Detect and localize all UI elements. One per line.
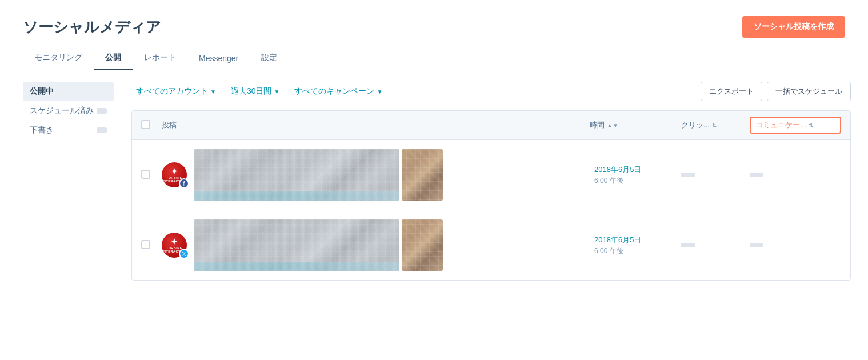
- row2-comm-bar: [750, 243, 763, 247]
- tabs-bar: モニタリング 公開 レポート Messenger 設定: [0, 47, 868, 70]
- filters-row: すべてのアカウント ▼ 過去30日間 ▼ すべてのキャンペーン ▼ エクスポート…: [131, 82, 851, 101]
- row2-post-main: ✦ TURBINE INTERACTIVE 𝕏: [162, 219, 590, 271]
- row2-comm-col: [750, 243, 841, 247]
- page-header: ソーシャルメディア ソーシャル投稿を作成: [0, 0, 868, 47]
- row2-check-col: [141, 240, 162, 251]
- twitter-badge: 𝕏: [179, 249, 189, 259]
- bulk-schedule-button[interactable]: 一括でスケジュール: [767, 82, 851, 101]
- main-content: 公開中 スケジュール済み 下書き すべてのアカウント ▼ 過去30日間 ▼ すべ…: [0, 70, 868, 292]
- header-check-col: [141, 120, 162, 131]
- sidebar: 公開中 スケジュール済み 下書き: [0, 70, 114, 292]
- row1-main-image: [194, 149, 399, 201]
- period-filter[interactable]: 過去30日間 ▼: [226, 84, 284, 99]
- accent-bar: [194, 191, 399, 201]
- export-button[interactable]: エクスポート: [701, 82, 762, 101]
- col-clicks-header[interactable]: クリッ... ⇅: [681, 120, 750, 130]
- tab-report[interactable]: レポート: [133, 47, 187, 70]
- sidebar-item-scheduled[interactable]: スケジュール済み: [23, 101, 114, 121]
- select-all-checkbox[interactable]: [141, 120, 150, 129]
- row1-comm-col: [750, 173, 841, 177]
- table-actions: エクスポート 一括でスケジュール: [701, 82, 851, 101]
- row2-time-col: 2018年6月5日 6:00 午後: [590, 235, 681, 256]
- row1-time-col: 2018年6月5日 6:00 午後: [590, 165, 681, 186]
- pixel-overlay: [194, 149, 399, 201]
- col-time-header[interactable]: 時間 ▲▼: [590, 120, 681, 130]
- sidebar-item-publishing[interactable]: 公開中: [23, 82, 114, 101]
- create-post-button[interactable]: ソーシャル投稿を作成: [742, 16, 845, 38]
- tab-monitoring[interactable]: モニタリング: [23, 47, 94, 70]
- table-row: ✦ TURBINE INTERACTIVE 𝕏: [132, 210, 850, 280]
- tab-messenger[interactable]: Messenger: [187, 48, 250, 70]
- col-post-header: 投稿: [162, 120, 590, 130]
- pixel-overlay-2: [402, 149, 443, 201]
- tab-publish[interactable]: 公開: [94, 47, 133, 70]
- turbine-icon: ✦: [171, 167, 178, 177]
- row1-check-col: [141, 170, 162, 181]
- accent-bar-2: [194, 262, 399, 271]
- row1-post-main: ✦ TURBINE INTERACTIVE f: [162, 149, 590, 201]
- pixel-overlay-3: [194, 219, 399, 271]
- row2-post-images: [194, 219, 443, 271]
- row1-clicks-col: [681, 173, 750, 177]
- accounts-filter-chevron: ▼: [210, 89, 216, 95]
- table-header: 投稿 時間 ▲▼ クリッ... ⇅ コミュニケー... ⇅: [132, 111, 850, 140]
- time-sort-icon: ▲▼: [607, 122, 618, 129]
- row2-clicks-col: [681, 243, 750, 247]
- col-communications-header[interactable]: コミュニケー... ⇅: [750, 117, 841, 134]
- content-area: すべてのアカウント ▼ 過去30日間 ▼ すべてのキャンペーン ▼ エクスポート…: [114, 70, 868, 292]
- row2-checkbox[interactable]: [141, 240, 150, 249]
- posts-table: 投稿 時間 ▲▼ クリッ... ⇅ コミュニケー... ⇅: [131, 110, 851, 281]
- campaign-filter[interactable]: すべてのキャンペーン ▼: [290, 84, 387, 99]
- period-filter-chevron: ▼: [274, 89, 279, 95]
- row1-post-images: [194, 149, 443, 201]
- table-row: ✦ TURBINE INTERACTIVE f: [132, 140, 850, 210]
- tab-settings[interactable]: 設定: [250, 47, 289, 70]
- turbine-icon-2: ✦: [171, 237, 178, 247]
- clicks-sort-icon: ⇅: [712, 122, 717, 129]
- scheduled-badge: [97, 108, 107, 114]
- row1-checkbox[interactable]: [141, 170, 150, 179]
- row1-clicks-bar: [681, 173, 695, 177]
- pixel-overlay-4: [402, 219, 443, 271]
- row2-avatar-wrap: ✦ TURBINE INTERACTIVE 𝕏: [162, 233, 187, 258]
- row1-avatar-wrap: ✦ TURBINE INTERACTIVE f: [162, 162, 187, 187]
- accounts-filter[interactable]: すべてのアカウント ▼: [131, 84, 221, 99]
- row1-comm-bar: [750, 173, 763, 177]
- row1-thumb-image: [402, 149, 443, 201]
- page-title: ソーシャルメディア: [23, 17, 161, 37]
- drafts-badge: [97, 127, 107, 133]
- row2-clicks-bar: [681, 243, 695, 247]
- sidebar-item-drafts[interactable]: 下書き: [23, 121, 114, 140]
- campaign-filter-chevron: ▼: [377, 89, 382, 95]
- comm-sort-icon: ⇅: [809, 122, 813, 129]
- facebook-badge: f: [179, 178, 189, 189]
- row2-main-image: [194, 219, 399, 271]
- row2-thumb-image: [402, 219, 443, 271]
